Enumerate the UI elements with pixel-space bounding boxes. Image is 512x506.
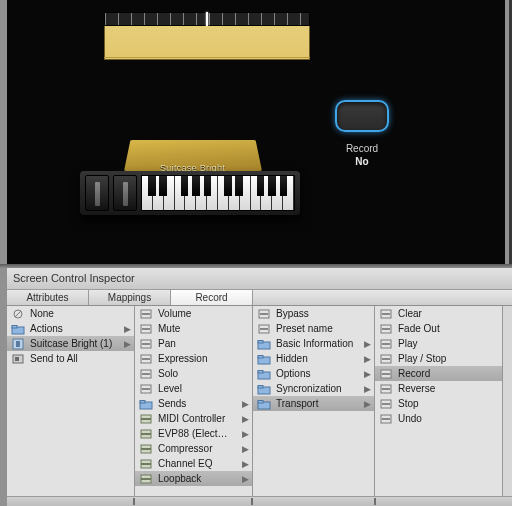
list-item[interactable]: Actions▶ [7,321,134,336]
timeline-ruler[interactable] [104,12,310,26]
svg-rect-43 [258,385,263,388]
record-caption-text: Record [346,143,378,154]
list-item[interactable]: None [7,306,134,321]
list-item[interactable]: Options▶ [253,366,374,381]
column-2: BypassPreset nameBasic Information▶Hidde… [253,306,375,496]
list-item-label: Play / Stop [398,353,499,364]
folder-icon [257,368,271,380]
list-item[interactable]: Send to All [7,351,134,366]
svg-line-1 [15,311,21,317]
svg-rect-9 [142,313,150,315]
list-item[interactable]: Compressor▶ [135,441,252,456]
list-item-label: Mute [158,323,249,334]
list-item[interactable]: Suitcase Bright (1)▶ [7,336,134,351]
record-button[interactable] [335,100,389,132]
keyboard-keys[interactable] [141,175,295,211]
column-1: VolumeMutePanExpressionSoloLevelSends▶MI… [135,306,253,496]
list-item[interactable]: EVP88 (Elect…▶ [135,426,252,441]
chevron-right-icon: ▶ [363,354,371,364]
list-item[interactable]: Undo [375,411,502,426]
list-item[interactable]: Loopback▶ [135,471,252,486]
list-item[interactable]: Bypass [253,306,374,321]
param-icon [379,323,393,335]
list-item-label: Sends [158,398,236,409]
svg-rect-5 [16,341,20,347]
none-icon [11,308,25,320]
record-screen-control: Record No [332,100,392,168]
list-item[interactable]: Mute [135,321,252,336]
list-item[interactable]: Volume [135,306,252,321]
playhead-icon[interactable] [206,12,208,26]
list-item-label: Basic Information [276,338,358,349]
list-item[interactable]: Pan [135,336,252,351]
list-item-label: Syncronization [276,383,358,394]
list-item[interactable]: Level [135,381,252,396]
param-icon [139,368,153,380]
list-item-label: Play [398,338,499,349]
svg-rect-25 [141,433,151,435]
list-item[interactable]: Stop [375,396,502,411]
plugin-icon [139,428,153,440]
param-icon [257,323,271,335]
list-item[interactable]: Transport▶ [253,396,374,411]
list-item[interactable]: Play [375,336,502,351]
tab-mappings[interactable]: Mappings [89,290,171,305]
list-item-label: Record [398,368,499,379]
svg-rect-21 [140,400,145,403]
param-icon [139,383,153,395]
plugin-icon [139,443,153,455]
param-icon [379,413,393,425]
folder-icon [139,398,153,410]
list-item[interactable]: Play / Stop [375,351,502,366]
inspector-columns: NoneActions▶Suitcase Bright (1)▶Send to … [7,306,512,496]
list-item[interactable]: Basic Information▶ [253,336,374,351]
list-item[interactable]: Clear [375,306,502,321]
plugin-icon [139,458,153,470]
tab-record[interactable]: Record [171,290,253,305]
folder-icon [257,338,271,350]
list-item-label: Hidden [276,353,358,364]
list-item[interactable]: Fade Out [375,321,502,336]
list-item-label: Solo [158,368,249,379]
chevron-right-icon: ▶ [241,414,249,424]
folder-icon [257,398,271,410]
param-icon [379,338,393,350]
svg-rect-29 [141,463,151,465]
chevron-right-icon: ▶ [363,384,371,394]
track-region-block [104,12,310,60]
inspector-tabs: AttributesMappingsRecord [7,290,512,306]
list-item-label: Level [158,383,249,394]
record-value-text: No [332,155,392,168]
list-item[interactable]: Reverse [375,381,502,396]
param-icon [379,353,393,365]
software-instrument[interactable]: Suitcase Bright [80,125,305,215]
column-0: NoneActions▶Suitcase Bright (1)▶Send to … [7,306,135,496]
chevron-right-icon: ▶ [363,369,371,379]
svg-rect-27 [141,448,151,450]
list-item-label: Options [276,368,358,379]
param-icon [139,353,153,365]
list-item[interactable]: Syncronization▶ [253,381,374,396]
layout-canvas[interactable]: Record No Suitcase Bright [7,0,505,264]
pitch-wheel[interactable] [85,175,109,211]
instrument-body [80,171,300,215]
list-item[interactable]: Sends▶ [135,396,252,411]
list-item[interactable]: Preset name [253,321,374,336]
midi-region[interactable] [104,26,310,60]
svg-rect-45 [258,400,263,403]
list-item[interactable]: Channel EQ▶ [135,456,252,471]
svg-rect-13 [142,343,150,345]
list-item[interactable]: Expression [135,351,252,366]
list-item-label: Pan [158,338,249,349]
list-item[interactable]: Record [375,366,502,381]
list-item-label: Bypass [276,308,371,319]
mod-wheel[interactable] [113,175,137,211]
param-icon [379,308,393,320]
svg-rect-37 [258,340,263,343]
list-item[interactable]: Solo [135,366,252,381]
list-item-label: Reverse [398,383,499,394]
tab-attributes[interactable]: Attributes [7,290,89,305]
list-item[interactable]: MIDI Controller▶ [135,411,252,426]
chevron-right-icon: ▶ [241,444,249,454]
list-item[interactable]: Hidden▶ [253,351,374,366]
